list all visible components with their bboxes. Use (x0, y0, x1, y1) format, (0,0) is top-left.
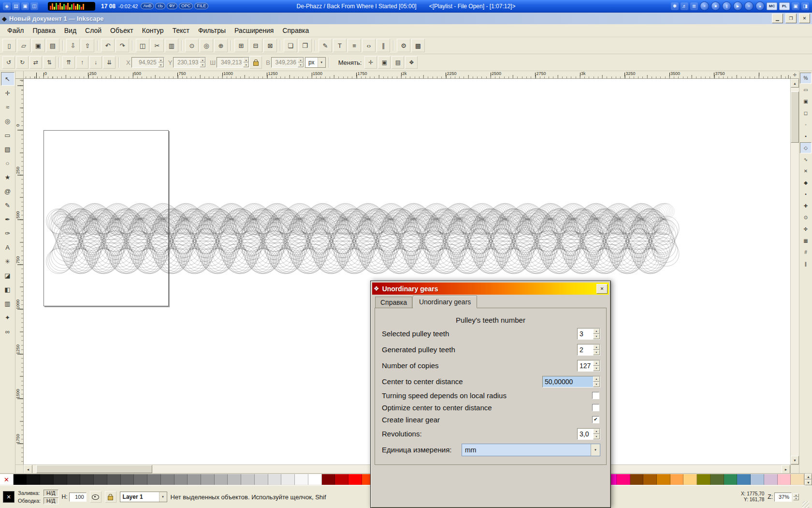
palette-swatch[interactable] (147, 474, 161, 485)
snap-bbox-corners-button[interactable]: ◻ (800, 107, 812, 119)
pause-button[interactable]: ∥ (722, 1, 731, 11)
tool-gradient[interactable]: ▥ (1, 297, 14, 310)
palette-swatch[interactable] (617, 474, 630, 485)
new-document-button[interactable]: ▯ (2, 39, 16, 52)
palette-swatch[interactable] (54, 474, 67, 485)
spin-up-icon[interactable]: ▲ (243, 58, 249, 62)
xml-editor-button[interactable]: ‹› (362, 39, 376, 52)
x-input[interactable]: 94,925▲▼ (131, 57, 164, 68)
dialog-close-button[interactable]: ✕ (596, 284, 608, 294)
spin-up-icon[interactable]: ▲ (298, 58, 304, 62)
layer-visibility-toggle[interactable] (90, 491, 102, 503)
palette-swatch[interactable] (670, 474, 684, 485)
vertical-scroll-thumb[interactable] (791, 91, 799, 143)
snap-paths-button[interactable]: ∿ (800, 154, 812, 165)
palette-swatch[interactable] (778, 474, 791, 485)
menu-view[interactable]: Вид (60, 25, 81, 36)
window-titlebar[interactable]: ◆ Новый документ 1 — Inkscape ▁ ❐ ✕ (0, 13, 812, 24)
zoom-page-button[interactable]: ⊕ (214, 39, 228, 52)
rotate-cw-button[interactable]: ↻ (16, 56, 29, 69)
spin-down-icon[interactable]: ▼ (593, 382, 600, 387)
volume-icon[interactable]: ♬ (681, 2, 688, 10)
equalizer-icon[interactable]: ≣ (690, 2, 698, 10)
palette-swatch[interactable] (174, 474, 188, 485)
unit-selector[interactable]: px ▼ (305, 57, 326, 68)
flip-horizontal-button[interactable]: ⇄ (29, 56, 42, 69)
no-color-swatch[interactable]: ✕ (3, 491, 14, 503)
palette-swatch[interactable] (348, 474, 362, 485)
copy-button[interactable]: ◫ (136, 39, 149, 52)
palette-scrollbar[interactable]: ▲ ▼ (804, 474, 812, 485)
vertical-scrollbar[interactable]: ▲ ▼ (790, 79, 799, 464)
layer-selector[interactable]: Layer 1 ▼ (120, 492, 167, 502)
spin-field[interactable]: 50,00000▲▼ (542, 376, 600, 388)
menu-path[interactable]: Контур (138, 25, 168, 36)
palette-swatch[interactable] (201, 474, 215, 485)
snap-object-centers-button[interactable]: ⊙ (800, 212, 812, 223)
raise-button[interactable]: ↑ (76, 56, 88, 69)
create-clone-button[interactable]: ⊟ (249, 39, 262, 52)
document-properties-button[interactable]: ▩ (411, 39, 425, 52)
palette-swatch[interactable] (188, 474, 201, 485)
menu-object[interactable]: Объект (106, 25, 138, 36)
redo-button[interactable]: ↷ (116, 39, 129, 52)
settings-icon[interactable]: ✱ (671, 2, 679, 10)
previous-button[interactable]: « (700, 1, 709, 11)
palette-swatch[interactable] (710, 474, 724, 485)
snap-bbox-edges-button[interactable]: ▣ (800, 96, 812, 107)
checkbox-unchecked[interactable] (592, 392, 599, 399)
spin-buttons[interactable]: ▲▼ (593, 429, 600, 439)
palette-swatch[interactable] (255, 474, 268, 485)
menu-edit[interactable]: Правка (28, 25, 59, 36)
spin-up-icon[interactable]: ▲ (200, 58, 205, 62)
cut-button[interactable]: ✂ (150, 39, 164, 52)
spin-down-icon[interactable]: ▼ (593, 434, 600, 439)
affect-patterns-button[interactable]: ❖ (405, 56, 418, 69)
snap-page-border-button[interactable]: ▦ (800, 235, 812, 246)
tool-spiral[interactable]: @ (1, 184, 14, 198)
palette-swatch[interactable] (683, 474, 697, 485)
palette-swatch[interactable] (94, 474, 107, 485)
spin-down-icon[interactable]: ▼ (158, 62, 164, 67)
close-button[interactable]: ✕ (799, 14, 810, 23)
palette-swatch[interactable] (657, 474, 670, 485)
open-document-button[interactable]: ▱ (17, 39, 30, 52)
spin-up-icon[interactable]: ▲ (593, 344, 600, 350)
layer-lock-toggle[interactable] (105, 491, 116, 503)
play-button[interactable]: ▶ (733, 1, 742, 11)
lower-button[interactable]: ↓ (89, 56, 102, 69)
opacity-control[interactable]: Н: 100 (62, 493, 87, 502)
print-document-button[interactable]: ▤ (46, 39, 59, 52)
spin-up-icon[interactable]: ▲ (593, 360, 600, 366)
snap-path-intersections-button[interactable]: ✕ (800, 165, 812, 177)
affect-corners-button[interactable]: ▣ (378, 56, 391, 69)
layers-dialog-button[interactable]: ≡ (348, 39, 361, 52)
spin-field[interactable]: 3▲▼ (577, 328, 600, 340)
palette-swatch[interactable] (161, 474, 174, 485)
palette-swatch[interactable] (737, 474, 751, 485)
fill-stroke-indicator[interactable]: Заливка: Н/Д Обводка: Н/Д (18, 490, 58, 504)
stroke-value[interactable]: Н/Д (44, 497, 58, 504)
start-icon[interactable]: ◈ (3, 2, 11, 10)
palette-swatch[interactable] (751, 474, 764, 485)
spin-up-icon[interactable]: ▲ (793, 493, 799, 497)
zoom-spinners[interactable]: ▲ ▼ (793, 493, 799, 500)
menu-text[interactable]: Текст (168, 25, 194, 36)
tray-icon-2[interactable]: ◨ (801, 2, 809, 10)
zoom-selection-button[interactable]: ⊙ (185, 39, 199, 52)
palette-swatch[interactable] (241, 474, 255, 485)
checkbox-unchecked[interactable] (592, 404, 599, 411)
snap-grids-button[interactable]: # (800, 247, 812, 258)
tool-pencil[interactable]: ✎ (1, 198, 14, 212)
scroll-up-button[interactable]: ▲ (791, 79, 799, 88)
app-icon-2[interactable]: ◫ (30, 2, 38, 10)
spin-down-icon[interactable]: ▼ (593, 350, 600, 355)
palette-swatch[interactable] (228, 474, 241, 485)
spin-down-icon[interactable]: ▼ (793, 497, 799, 500)
chevron-down-icon[interactable]: ▼ (318, 58, 325, 67)
y-input[interactable]: 230,193▲▼ (173, 57, 206, 68)
taskbar-badge-mc[interactable]: MC (767, 2, 777, 10)
save-document-button[interactable]: ▣ (31, 39, 45, 52)
desktop-icon[interactable]: ▤ (12, 2, 20, 10)
palette-swatch-none[interactable]: ✕ (0, 474, 14, 485)
